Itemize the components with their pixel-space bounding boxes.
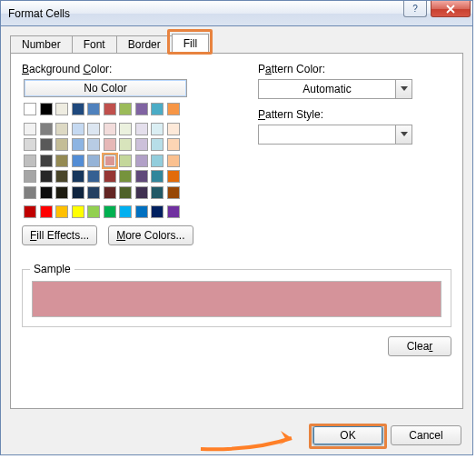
fill-tab-pane: Background Color: Background Color: No C… xyxy=(10,53,463,409)
ok-button[interactable]: OK xyxy=(312,425,383,445)
color-swatch[interactable] xyxy=(135,123,148,135)
color-swatch[interactable] xyxy=(24,155,36,167)
color-swatch[interactable] xyxy=(119,155,132,167)
palette-row xyxy=(24,138,231,151)
color-swatch[interactable] xyxy=(24,123,36,135)
pattern-style-label: Pattern Style: xyxy=(258,108,451,121)
color-swatch[interactable] xyxy=(151,155,164,167)
clear-row: Clear Clear xyxy=(22,336,451,356)
color-swatch[interactable] xyxy=(135,138,148,151)
color-swatch[interactable] xyxy=(167,103,180,115)
color-swatch[interactable] xyxy=(167,155,180,167)
color-swatch[interactable] xyxy=(167,138,180,151)
palette-row xyxy=(24,155,231,167)
color-swatch[interactable] xyxy=(72,186,84,199)
color-swatch[interactable] xyxy=(119,186,132,199)
color-swatch[interactable] xyxy=(72,170,84,183)
help-button[interactable]: ? xyxy=(403,1,427,17)
color-swatch[interactable] xyxy=(104,123,116,135)
pattern-color-combo[interactable]: Automatic xyxy=(258,79,412,99)
no-color-button[interactable]: No Color xyxy=(24,79,187,97)
color-swatch[interactable] xyxy=(40,155,53,167)
color-swatch[interactable] xyxy=(87,138,100,151)
tab-number[interactable]: Number xyxy=(10,35,73,54)
color-swatch[interactable] xyxy=(72,138,84,151)
color-swatch[interactable] xyxy=(87,170,100,183)
color-swatch[interactable] xyxy=(135,155,148,167)
color-swatch[interactable] xyxy=(135,170,148,183)
color-swatch[interactable] xyxy=(151,186,164,199)
color-swatch[interactable] xyxy=(87,205,100,218)
color-swatch[interactable] xyxy=(55,103,68,115)
cancel-button[interactable]: Cancel xyxy=(391,425,461,445)
color-swatch[interactable] xyxy=(104,138,116,151)
color-swatch[interactable] xyxy=(104,170,116,183)
color-swatch[interactable] xyxy=(104,155,116,167)
color-swatch[interactable] xyxy=(55,138,68,151)
color-swatch[interactable] xyxy=(135,103,148,115)
tab-strip: Number Font Border Fill xyxy=(10,34,463,54)
upper-section: Background Color: Background Color: No C… xyxy=(22,63,451,245)
palette-row xyxy=(24,170,231,183)
color-swatch[interactable] xyxy=(55,186,68,199)
color-swatch[interactable] xyxy=(40,170,53,183)
color-swatch[interactable] xyxy=(167,186,180,199)
color-swatch[interactable] xyxy=(24,205,36,218)
color-palette xyxy=(24,103,231,218)
tab-font[interactable]: Font xyxy=(72,35,117,54)
tab-fill[interactable]: Fill xyxy=(172,34,209,54)
color-swatch[interactable] xyxy=(72,103,84,115)
background-color-section: Background Color: Background Color: No C… xyxy=(22,63,231,245)
dialog-footer: OK Cancel xyxy=(1,418,472,454)
color-swatch[interactable] xyxy=(151,123,164,135)
color-swatch[interactable] xyxy=(104,103,116,115)
color-swatch[interactable] xyxy=(87,186,100,199)
color-swatch[interactable] xyxy=(135,205,148,218)
color-swatch[interactable] xyxy=(24,186,36,199)
color-swatch[interactable] xyxy=(72,155,84,167)
color-swatch[interactable] xyxy=(24,138,36,151)
color-swatch[interactable] xyxy=(151,170,164,183)
titlebar: Format Cells ? xyxy=(1,1,472,26)
color-swatch[interactable] xyxy=(135,186,148,199)
color-swatch[interactable] xyxy=(104,205,116,218)
color-swatch[interactable] xyxy=(151,103,164,115)
color-swatch[interactable] xyxy=(119,205,132,218)
close-button[interactable] xyxy=(431,1,471,17)
color-swatch[interactable] xyxy=(55,155,68,167)
color-swatch[interactable] xyxy=(167,123,180,135)
color-swatch[interactable] xyxy=(167,170,180,183)
color-swatch[interactable] xyxy=(72,205,84,218)
color-swatch[interactable] xyxy=(24,103,36,115)
color-swatch[interactable] xyxy=(40,103,53,115)
clear-button[interactable]: Clear xyxy=(388,336,451,356)
color-swatch[interactable] xyxy=(151,138,164,151)
color-swatch[interactable] xyxy=(167,205,180,218)
color-swatch[interactable] xyxy=(55,170,68,183)
color-swatch[interactable] xyxy=(55,123,68,135)
fill-effects-button[interactable]: Fill Effects... xyxy=(22,225,97,245)
color-swatch[interactable] xyxy=(40,186,53,199)
color-swatch[interactable] xyxy=(55,205,68,218)
palette-header-row xyxy=(24,103,231,115)
color-swatch[interactable] xyxy=(72,123,84,135)
more-colors-button[interactable]: More Colors... xyxy=(108,225,193,245)
color-swatch[interactable] xyxy=(40,138,53,151)
color-swatch[interactable] xyxy=(104,186,116,199)
color-swatch[interactable] xyxy=(87,155,100,167)
color-swatch[interactable] xyxy=(87,103,100,115)
color-swatch[interactable] xyxy=(119,103,132,115)
color-swatch[interactable] xyxy=(87,123,100,135)
dialog-body: Number Font Border Fill Background Color… xyxy=(1,26,472,418)
color-swatch[interactable] xyxy=(119,170,132,183)
color-swatch[interactable] xyxy=(40,205,53,218)
window-buttons: ? xyxy=(403,1,471,17)
color-swatch[interactable] xyxy=(40,123,53,135)
color-swatch[interactable] xyxy=(119,123,132,135)
color-swatch[interactable] xyxy=(119,138,132,151)
palette-row xyxy=(24,186,231,199)
tab-border[interactable]: Border xyxy=(116,35,173,54)
color-swatch[interactable] xyxy=(151,205,164,218)
color-swatch[interactable] xyxy=(24,170,36,183)
pattern-style-combo[interactable] xyxy=(258,125,412,145)
